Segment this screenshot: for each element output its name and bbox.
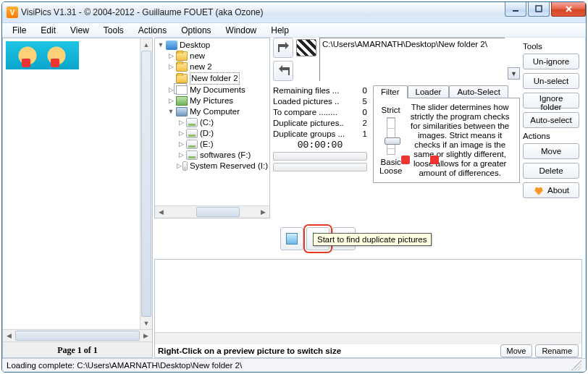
- resize-grip-icon[interactable]: [571, 360, 581, 370]
- tree-item[interactable]: ▷(D:): [156, 128, 268, 139]
- preview-body[interactable]: [155, 260, 581, 332]
- expand-icon[interactable]: ▷: [177, 139, 185, 150]
- drive-icon: [186, 129, 198, 138]
- expand-icon[interactable]: ▷: [177, 150, 185, 161]
- menu-actions[interactable]: Actions: [133, 24, 172, 37]
- window-minimize-button[interactable]: [505, 2, 526, 17]
- scroll-left-icon[interactable]: ◀: [3, 330, 15, 341]
- tree-item-label: new: [190, 51, 205, 61]
- menu-file[interactable]: File: [7, 24, 32, 37]
- stat-label: Loaded pictures ..: [273, 96, 339, 107]
- footer-move-button[interactable]: Move: [500, 344, 533, 357]
- unignore-button[interactable]: Un-ignore: [523, 54, 579, 69]
- tree-item[interactable]: ▷new: [156, 51, 268, 61]
- scroll-down-icon[interactable]: ▼: [140, 317, 152, 329]
- tree-item-label: softwares (F:): [200, 150, 251, 161]
- preview-hscrollbar[interactable]: [155, 332, 581, 344]
- path-list[interactable]: C:\Users\AMARNATH\Desktop\New folder 2\: [319, 38, 505, 81]
- stat-label: Duplicate pictures..: [273, 118, 344, 129]
- tree-item[interactable]: ▼My Computer: [156, 106, 268, 117]
- collapse-icon[interactable]: ▼: [167, 106, 175, 117]
- tree-item-label: My Computer: [190, 106, 240, 117]
- stats-block: Remaining files ...0 Loaded pictures ..5…: [273, 85, 367, 183]
- menu-options[interactable]: Options: [175, 24, 217, 37]
- window-title: VisiPics V1.31 - © 2004-2012 - Guillaume…: [21, 7, 264, 17]
- expand-icon[interactable]: ▷: [167, 85, 175, 95]
- tab-loader[interactable]: Loader: [408, 85, 450, 98]
- menubar: File Edit View Tools Actions Options Win…: [2, 23, 586, 38]
- tree-item[interactable]: ▷My Pictures: [156, 95, 268, 106]
- tree-item[interactable]: ▷My Documents: [156, 85, 268, 95]
- expand-icon[interactable]: ▷: [167, 95, 175, 106]
- tree-item[interactable]: ▷System Reserved (I:): [156, 161, 268, 171]
- drive-icon: [182, 161, 188, 171]
- tree-item-label: (C:): [200, 117, 214, 128]
- result-thumbnail[interactable]: [6, 41, 79, 69]
- footer-rename-button[interactable]: Rename: [535, 344, 579, 357]
- scroll-thumb[interactable]: [141, 51, 151, 317]
- tree-item[interactable]: ▷(C:): [156, 117, 268, 128]
- tree-item-label: new 2: [190, 61, 212, 72]
- stop-button[interactable]: [280, 227, 303, 250]
- expand-icon[interactable]: ▷: [177, 161, 182, 171]
- about-button[interactable]: About: [523, 182, 579, 198]
- folder-icon: [176, 62, 188, 72]
- menu-edit[interactable]: Edit: [35, 24, 62, 37]
- mycomputer-icon: [176, 107, 188, 116]
- stat-value: 2: [363, 118, 367, 129]
- scroll-right-icon[interactable]: ▶: [257, 206, 269, 218]
- menu-tools[interactable]: Tools: [98, 24, 130, 37]
- progress-bar-1: [273, 152, 367, 161]
- results-vscrollbar[interactable]: ▲ ▼: [140, 38, 152, 329]
- expand-icon[interactable]: ▷: [167, 51, 175, 61]
- fox-icon: [533, 185, 545, 195]
- tree-hscrollbar[interactable]: ◀ ▶: [155, 205, 269, 218]
- scroll-right-icon[interactable]: ▶: [140, 330, 152, 341]
- results-hscrollbar[interactable]: ◀ ▶: [3, 329, 152, 341]
- stat-value: 5: [363, 96, 367, 107]
- stat-label: To compare ........: [273, 107, 337, 118]
- titlebar[interactable]: V VisiPics V1.31 - © 2004-2012 - Guillau…: [2, 2, 586, 23]
- path-icon: [296, 39, 316, 56]
- scroll-up-icon[interactable]: ▲: [140, 38, 152, 51]
- tree-item[interactable]: ▷new 2: [156, 61, 268, 72]
- statusbar: Loading complete: C:\Users\AMARNATH\Desk…: [2, 358, 586, 372]
- menu-help[interactable]: Help: [265, 24, 295, 37]
- folder-tree[interactable]: ▼Desktop▷new▷new 2New folder 2▷My Docume…: [154, 38, 270, 218]
- expand-icon[interactable]: ▷: [177, 128, 185, 139]
- tree-item[interactable]: ▷softwares (F:): [156, 150, 268, 161]
- tree-item[interactable]: ▼Desktop: [156, 40, 268, 51]
- menu-window[interactable]: Window: [220, 24, 263, 37]
- app-window: V VisiPics V1.31 - © 2004-2012 - Guillau…: [1, 1, 587, 373]
- tab-autoselect[interactable]: Auto-Select: [449, 85, 508, 98]
- app-icon: V: [7, 7, 18, 18]
- collapse-icon[interactable]: ▼: [156, 40, 165, 51]
- expand-icon[interactable]: ▷: [177, 117, 185, 128]
- status-text: Loading complete: C:\Users\AMARNATH\Desk…: [7, 361, 242, 370]
- ignore-folder-button[interactable]: Ignore folder: [523, 93, 579, 109]
- expand-icon[interactable]: ▷: [167, 61, 175, 72]
- path-dropdown-icon[interactable]: ▼: [508, 67, 520, 80]
- remove-path-button[interactable]: [273, 61, 293, 81]
- stat-label: Remaining files ...: [273, 85, 339, 96]
- tree-item-label: (E:): [200, 139, 214, 150]
- tree-item[interactable]: New folder 2: [156, 72, 268, 85]
- preview-strip: Right-Click on a preview picture to swit…: [154, 259, 582, 358]
- slider-label-basic: Basic: [381, 158, 401, 166]
- pics-icon: [176, 96, 188, 106]
- scroll-thumb[interactable]: [196, 207, 240, 217]
- add-path-button[interactable]: [273, 38, 293, 58]
- unselect-button[interactable]: Un-select: [523, 73, 579, 89]
- menu-view[interactable]: View: [64, 24, 95, 37]
- strictness-slider[interactable]: [385, 114, 398, 158]
- tab-filter[interactable]: Filter: [373, 85, 408, 98]
- window-close-button[interactable]: [551, 2, 586, 17]
- tree-item[interactable]: ▷(E:): [156, 139, 268, 150]
- scroll-left-icon[interactable]: ◀: [155, 206, 167, 218]
- delete-button[interactable]: Delete: [523, 163, 579, 179]
- actions-heading: Actions: [523, 132, 579, 140]
- window-maximize-button[interactable]: [528, 2, 550, 17]
- move-button[interactable]: Move: [523, 143, 579, 159]
- autoselect-button[interactable]: Auto-select: [523, 112, 579, 128]
- scroll-thumb[interactable]: [15, 331, 140, 341]
